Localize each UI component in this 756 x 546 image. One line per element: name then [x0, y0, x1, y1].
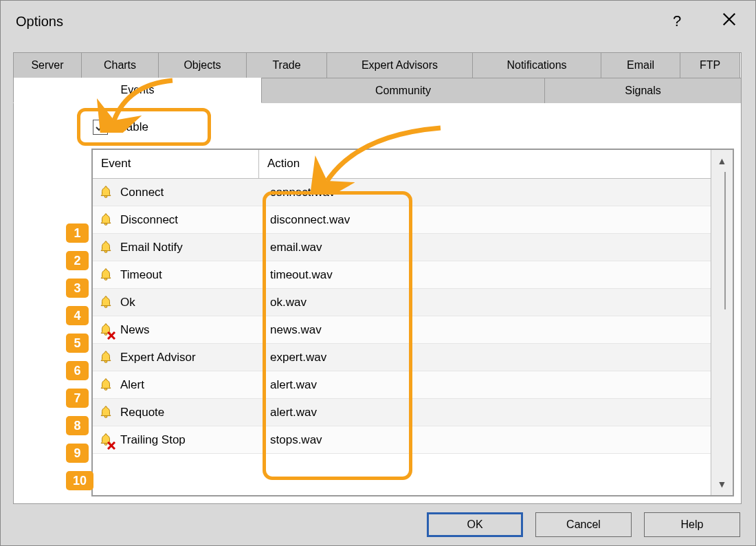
tab-charts[interactable]: Charts: [82, 52, 159, 78]
table-row[interactable]: Disconnectdisconnect.wav: [93, 206, 711, 234]
bell-muted-icon[interactable]: [98, 323, 113, 338]
action-cell[interactable]: timeout.wav: [259, 268, 711, 282]
svg-rect-2: [104, 250, 107, 252]
event-name: Trailing Stop: [120, 433, 186, 447]
annotation-badge: 9: [66, 444, 89, 463]
events-table: Event Action Connectconnect.wavDisconnec…: [91, 149, 734, 496]
event-name: Alert: [120, 378, 144, 392]
table-row[interactable]: Okok.wav: [93, 289, 711, 316]
bell-icon[interactable]: [98, 212, 113, 228]
tab-email[interactable]: Email: [601, 52, 680, 78]
action-cell[interactable]: alert.wav: [259, 406, 711, 419]
table-row[interactable]: Expert Advisorexpert.wav: [93, 344, 711, 371]
titlebar-help-icon[interactable]: ?: [660, 12, 693, 30]
event-cell: Alert: [93, 378, 259, 393]
events-panel: Enable Event Action Connectconnect.wavDi…: [14, 104, 741, 503]
titlebar: Options ?: [1, 1, 755, 42]
annotation-badge: 1: [66, 223, 89, 243]
annotation-badge: 2: [66, 251, 89, 270]
action-cell[interactable]: email.wav: [259, 241, 711, 254]
action-cell[interactable]: stops.wav: [259, 433, 711, 447]
action-cell[interactable]: connect.wav: [259, 186, 711, 199]
event-cell: Expert Advisor: [93, 350, 259, 365]
tab-trade[interactable]: Trade: [247, 52, 327, 78]
bell-icon[interactable]: [98, 295, 113, 310]
vertical-scrollbar[interactable]: ▲ ▼: [711, 150, 733, 495]
event-cell: Ok: [93, 295, 259, 310]
svg-rect-4: [104, 305, 107, 307]
svg-rect-3: [104, 278, 107, 280]
event-name: Ok: [120, 296, 135, 309]
tab-objects[interactable]: Objects: [159, 52, 247, 78]
cancel-button[interactable]: Cancel: [535, 512, 632, 537]
svg-rect-1: [104, 223, 107, 225]
bell-icon[interactable]: [98, 405, 113, 420]
table-row[interactable]: Email Notifyemail.wav: [93, 234, 711, 261]
svg-rect-0: [104, 195, 107, 197]
bell-muted-icon[interactable]: [98, 433, 113, 448]
window-title: Options: [16, 14, 63, 30]
event-name: Timeout: [120, 268, 162, 282]
event-cell: Requote: [93, 405, 259, 420]
tab-ftp[interactable]: FTP: [680, 52, 740, 78]
scroll-down-icon[interactable]: ▼: [711, 473, 733, 495]
event-name: Email Notify: [120, 241, 183, 254]
svg-rect-6: [104, 360, 107, 362]
bell-icon[interactable]: [98, 185, 113, 200]
options-dialog: Options ? Server Charts Objects Trade Ex…: [0, 0, 756, 546]
close-icon[interactable]: [713, 12, 746, 31]
tab-signals[interactable]: Signals: [545, 78, 742, 103]
scroll-up-icon[interactable]: ▲: [711, 150, 733, 172]
action-cell[interactable]: ok.wav: [259, 296, 711, 309]
enable-highlight: Enable: [77, 108, 211, 146]
table-row[interactable]: Requotealert.wav: [93, 399, 711, 426]
table-row[interactable]: Connectconnect.wav: [93, 179, 711, 206]
svg-rect-7: [104, 388, 107, 390]
action-cell[interactable]: expert.wav: [259, 351, 711, 364]
event-name: Connect: [120, 186, 164, 199]
tab-notifications[interactable]: Notifications: [473, 52, 601, 78]
table-row[interactable]: Timeouttimeout.wav: [93, 261, 711, 289]
table-body: Connectconnect.wavDisconnectdisconnect.w…: [93, 179, 711, 495]
tab-events[interactable]: Events: [13, 78, 262, 103]
tab-community[interactable]: Community: [262, 78, 545, 103]
action-cell[interactable]: news.wav: [259, 323, 711, 337]
ok-button[interactable]: OK: [427, 512, 523, 537]
annotation-badge: 4: [66, 306, 89, 325]
table-header: Event Action: [93, 150, 733, 179]
enable-label: Enable: [112, 120, 148, 134]
annotation-badge: 5: [66, 334, 89, 353]
bell-icon[interactable]: [98, 378, 113, 393]
event-cell: Disconnect: [93, 212, 259, 228]
annotation-badge: 8: [66, 416, 89, 435]
svg-rect-8: [104, 415, 107, 417]
bell-icon[interactable]: [98, 350, 113, 365]
scroll-thumb[interactable]: [724, 172, 726, 309]
event-cell: Trailing Stop: [93, 433, 259, 448]
action-cell[interactable]: alert.wav: [259, 378, 711, 392]
annotation-badge: 6: [66, 361, 89, 380]
event-name: Expert Advisor: [120, 351, 196, 364]
action-cell[interactable]: disconnect.wav: [259, 213, 711, 227]
event-name: Disconnect: [120, 213, 178, 227]
bell-icon[interactable]: [98, 267, 113, 283]
event-name: News: [120, 323, 150, 337]
tab-server[interactable]: Server: [13, 52, 82, 78]
event-cell: Connect: [93, 185, 259, 200]
table-row[interactable]: Newsnews.wav: [93, 316, 711, 344]
table-row[interactable]: Trailing Stopstops.wav: [93, 426, 711, 454]
dialog-buttons: OK Cancel Help: [427, 512, 740, 537]
bell-icon[interactable]: [98, 240, 113, 255]
help-button[interactable]: Help: [644, 512, 740, 537]
table-row[interactable]: Alertalert.wav: [93, 371, 711, 399]
annotation-badge: 7: [66, 389, 89, 408]
tab-strip: Server Charts Objects Trade Expert Advis…: [13, 52, 742, 103]
event-cell: Timeout: [93, 267, 259, 283]
column-header-event[interactable]: Event: [93, 150, 259, 178]
event-cell: Email Notify: [93, 240, 259, 255]
annotation-badge: 3: [66, 279, 89, 298]
event-name: Requote: [120, 406, 164, 419]
enable-checkbox[interactable]: [93, 120, 108, 135]
tab-expert-advisors[interactable]: Expert Advisors: [327, 52, 473, 78]
column-header-action[interactable]: Action: [259, 150, 733, 178]
